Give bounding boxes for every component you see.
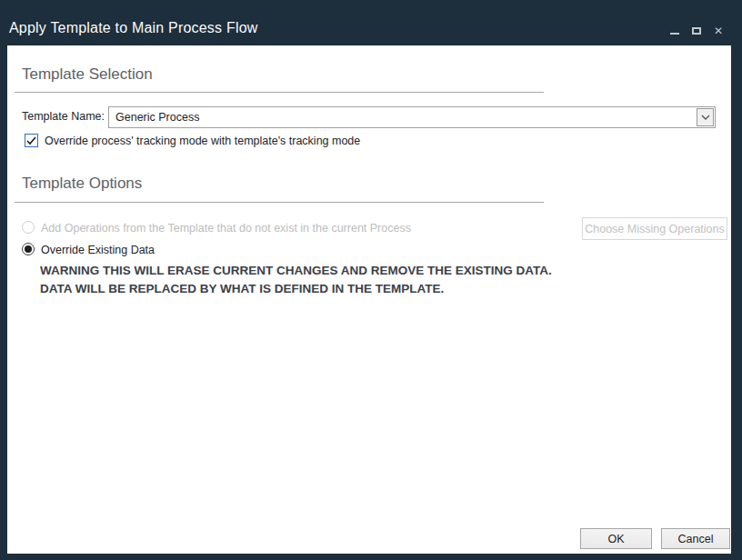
maximize-button[interactable] — [690, 24, 703, 38]
override-tracking-checkbox-label[interactable]: Override process' tracking mode with tem… — [45, 135, 360, 147]
window-title: Apply Template to Main Process Flow — [9, 20, 257, 36]
radio-dot-icon — [25, 245, 32, 253]
template-name-value: Generic Process — [115, 111, 199, 124]
template-selection-divider — [15, 92, 544, 93]
ok-button[interactable]: OK — [580, 528, 652, 549]
radio-override-existing-data-label[interactable]: Override Existing Data — [41, 244, 155, 256]
template-options-heading: Template Options — [22, 175, 142, 193]
radio-add-operations-label: Add Operations from the Template that do… — [41, 222, 411, 235]
combobox-dropdown-button[interactable] — [697, 108, 714, 126]
cancel-button[interactable]: Cancel — [661, 528, 730, 549]
template-selection-heading: Template Selection — [22, 65, 153, 84]
radio-override-existing-data[interactable] — [22, 243, 35, 255]
override-tracking-checkbox[interactable] — [25, 134, 38, 147]
template-name-combobox[interactable]: Generic Process — [108, 106, 716, 128]
template-options-divider — [15, 202, 544, 203]
warning-line-1: WARNING THIS WILL ERASE CURRENT CHANGES … — [40, 262, 552, 280]
dialog-content: Template Selection Template Name: Generi… — [7, 45, 731, 554]
chevron-down-icon — [701, 115, 710, 120]
maximize-icon — [692, 27, 701, 35]
template-name-label: Template Name: — [22, 110, 105, 123]
radio-add-operations — [22, 221, 35, 234]
minimize-button[interactable] — [668, 24, 681, 38]
checkmark-icon — [26, 136, 36, 145]
minimize-icon — [670, 33, 679, 35]
warning-line-2: DATA WILL BE REPLACED BY WHAT IS DEFINED… — [40, 280, 552, 298]
choose-missing-operations-button: Choose Missing Operations — [582, 217, 727, 240]
window-controls: ✕ — [668, 22, 725, 40]
warning-text: WARNING THIS WILL ERASE CURRENT CHANGES … — [40, 262, 552, 298]
close-button[interactable]: ✕ — [712, 24, 725, 38]
titlebar[interactable]: Apply Template to Main Process Flow ✕ — [0, 0, 742, 45]
close-icon: ✕ — [714, 25, 723, 36]
